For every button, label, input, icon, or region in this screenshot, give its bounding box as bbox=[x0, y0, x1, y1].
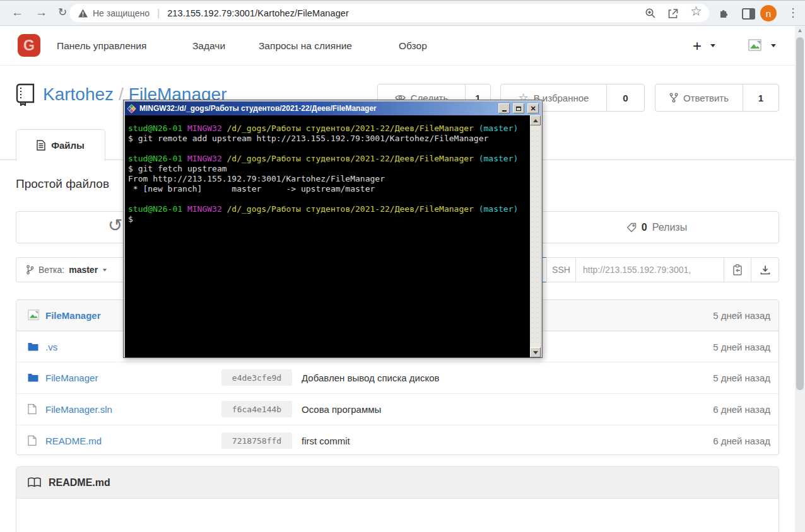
repo-book-icon bbox=[16, 83, 36, 106]
repo-owner-link[interactable]: Kartohez bbox=[43, 84, 114, 104]
maximize-button[interactable] bbox=[513, 103, 524, 113]
bookmark-star-icon[interactable]: ☆ bbox=[690, 5, 702, 18]
user-avatar-broken-image-icon[interactable] bbox=[748, 26, 763, 66]
ssh-protocol-button[interactable]: SSH bbox=[546, 257, 576, 282]
side-panel-fill bbox=[749, 9, 754, 18]
download-archive-button[interactable] bbox=[751, 257, 779, 282]
url-text[interactable]: 213.155.192.79:3001/Kartohez/FileManager bbox=[167, 8, 349, 18]
commit-hash[interactable]: f6ca4e144b bbox=[221, 401, 292, 417]
copy-url-button[interactable] bbox=[724, 257, 751, 282]
terminal-title: MINGW32:/d/_gogs/Работы студентов/2021-2… bbox=[139, 104, 495, 113]
branch-icon bbox=[26, 265, 34, 275]
commit-message[interactable]: Осова программы bbox=[302, 404, 381, 415]
repo-description: Простой файлов bbox=[16, 177, 109, 191]
branch-selector[interactable]: Ветка: master bbox=[16, 257, 126, 282]
reload-icon[interactable]: ↻ bbox=[58, 6, 67, 19]
new-repo-caret-icon[interactable] bbox=[710, 26, 715, 66]
page-scrollbar-thumb[interactable] bbox=[796, 37, 804, 390]
file-link[interactable]: FileManager bbox=[45, 373, 98, 383]
nav-dashboard[interactable]: Панель управления bbox=[57, 26, 146, 66]
branch-caret-icon bbox=[103, 269, 107, 271]
readme-header: README.md bbox=[16, 467, 779, 499]
gogs-logo[interactable]: G bbox=[18, 34, 40, 57]
screen: ← → ↻ Не защищено | 213.155.192.79:3001/… bbox=[0, 0, 805, 532]
fork-icon bbox=[669, 93, 678, 103]
commit-date: 5 дней назад bbox=[713, 342, 770, 352]
file-icon bbox=[28, 404, 37, 415]
file-link[interactable]: .vs bbox=[45, 342, 57, 352]
file-icon bbox=[28, 436, 37, 446]
committer-avatar-broken-image-icon bbox=[28, 309, 40, 321]
open-book-icon bbox=[28, 477, 41, 488]
commit-date: 6 дней назад bbox=[713, 436, 770, 446]
file-row-filemanager-sln: FileManager.sln f6ca4e144b Осова програм… bbox=[16, 393, 779, 424]
browser-profile-avatar[interactable]: n bbox=[760, 5, 777, 21]
back-icon[interactable]: ← bbox=[11, 6, 23, 19]
terminal-scrollbar[interactable] bbox=[530, 115, 541, 357]
tag-icon bbox=[626, 223, 637, 233]
readme-panel: README.md bbox=[16, 466, 779, 532]
file-row-readme: README.md 7218758ffd first commit 6 дней… bbox=[16, 425, 779, 455]
latest-commit-date: 5 дней назад bbox=[713, 310, 770, 321]
releases-count: 0 bbox=[642, 222, 647, 233]
gogs-navbar: G Панель управления Задачи Запросы на сл… bbox=[0, 26, 805, 66]
browser-menu-icon[interactable]: ⋮ bbox=[787, 6, 799, 19]
fork-button-group: Ответвить 1 bbox=[655, 84, 779, 112]
commits-history-icon[interactable]: ↺ bbox=[108, 215, 122, 236]
download-icon bbox=[760, 265, 770, 275]
tab-files[interactable]: Файлы bbox=[16, 129, 105, 161]
terminal-output[interactable]: stud@N26-01 MINGW32 /d/_gogs/Работы студ… bbox=[125, 115, 530, 357]
file-link[interactable]: README.md bbox=[45, 436, 102, 446]
folder-icon bbox=[28, 342, 38, 351]
commit-message[interactable]: first commit bbox=[302, 436, 350, 446]
readme-title: README.md bbox=[49, 477, 110, 489]
nav-issues[interactable]: Задачи bbox=[192, 26, 225, 66]
chip-divider: | bbox=[157, 8, 160, 19]
terminal-window[interactable]: MINGW32:/d/_gogs/Работы студентов/2021-2… bbox=[123, 100, 543, 358]
msys-icon bbox=[127, 104, 136, 113]
file-row-filemanager: FileManager e4de3cfe9d Добавлен вывод сп… bbox=[16, 362, 779, 393]
minimize-button[interactable] bbox=[498, 103, 510, 113]
terminal-body[interactable]: stud@N26-01 MINGW32 /d/_gogs/Работы студ… bbox=[125, 115, 541, 357]
fork-count[interactable]: 1 bbox=[743, 84, 779, 111]
branch-name: master bbox=[69, 265, 98, 275]
address-bar[interactable]: Не защищено | 213.155.192.79:3001/Kartoh… bbox=[69, 4, 709, 22]
nav-pull-requests[interactable]: Запросы на слияние bbox=[259, 26, 352, 66]
commit-hash[interactable]: 7218758ffd bbox=[221, 432, 292, 449]
file-link[interactable]: FileManager.sln bbox=[45, 404, 112, 415]
scroll-up-icon[interactable] bbox=[530, 115, 541, 125]
nav-explore[interactable]: Обзор bbox=[399, 26, 427, 66]
browser-toolbar: ← → ↻ Не защищено | 213.155.192.79:3001/… bbox=[0, 0, 805, 26]
security-chip[interactable]: Не защищено bbox=[93, 8, 150, 18]
branch-label: Ветка: bbox=[38, 265, 64, 275]
commit-date: 5 дней назад bbox=[713, 373, 770, 383]
fork-button[interactable]: Ответвить bbox=[655, 84, 743, 111]
releases-stat[interactable]: 0 Релизы bbox=[581, 212, 732, 243]
share-icon[interactable] bbox=[667, 8, 679, 19]
terminal-titlebar[interactable]: MINGW32:/d/_gogs/Работы студентов/2021-2… bbox=[125, 101, 541, 115]
page-scroll-up-icon[interactable]: ▲ bbox=[795, 27, 805, 33]
commit-message[interactable]: Добавлен вывод списка дисков bbox=[302, 373, 440, 383]
file-text-icon bbox=[37, 140, 45, 151]
zoom-icon[interactable] bbox=[645, 8, 656, 19]
warning-icon bbox=[78, 9, 88, 18]
commit-date: 6 дней назад bbox=[713, 404, 770, 415]
commit-hash[interactable]: e4de3cfe9d bbox=[221, 369, 292, 386]
folder-icon bbox=[28, 373, 38, 382]
releases-label: Релизы bbox=[652, 222, 687, 233]
close-button[interactable]: ✕ bbox=[527, 103, 539, 113]
clone-url-input[interactable]: http://213.155.192.79:3001, bbox=[575, 257, 724, 282]
side-panel-icon[interactable] bbox=[742, 8, 755, 20]
clipboard-copy-icon bbox=[732, 264, 743, 275]
extensions-puzzle-icon[interactable] bbox=[718, 7, 730, 19]
user-menu-caret-icon[interactable] bbox=[771, 26, 776, 66]
new-repo-plus-icon[interactable]: + bbox=[693, 26, 702, 66]
scroll-down-icon[interactable] bbox=[530, 347, 541, 357]
star-count[interactable]: 0 bbox=[606, 84, 644, 111]
committer-link[interactable]: FileManager bbox=[45, 310, 101, 321]
page-scrollbar[interactable]: ▲ bbox=[795, 26, 805, 532]
forward-icon[interactable]: → bbox=[35, 6, 47, 19]
